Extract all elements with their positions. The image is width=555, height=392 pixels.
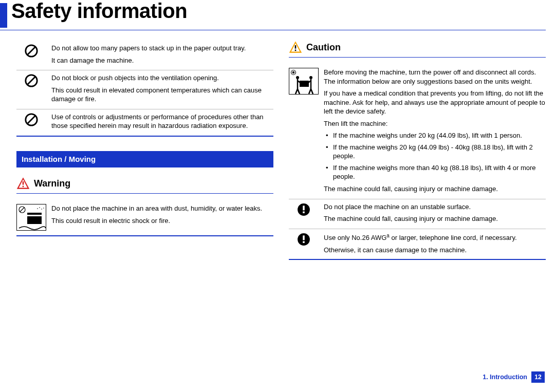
- svg-point-25: [309, 76, 312, 79]
- svg-rect-31: [303, 235, 305, 240]
- svg-rect-32: [303, 241, 305, 243]
- safety-row: Use only No.26 AWGa or larger, telephone…: [289, 229, 546, 259]
- svg-point-17: [43, 208, 44, 209]
- section-separator: [16, 136, 273, 137]
- safety-row: Before moving the machine, turn the powe…: [289, 65, 546, 199]
- svg-rect-8: [23, 181, 24, 185]
- svg-point-14: [37, 208, 38, 209]
- page-footer: 1. Introduction 12: [483, 371, 545, 383]
- caution-heading: Caution: [289, 41, 546, 54]
- mandatory-icon: [289, 232, 319, 254]
- safety-text: Do not place the machine in an area with…: [51, 204, 273, 231]
- text-line: The machine could fall, causing injury o…: [324, 184, 546, 194]
- svg-rect-13: [27, 215, 42, 216]
- text-line: Do not allow too many papers to stack up…: [51, 44, 273, 53]
- warning-icon: [16, 177, 30, 190]
- svg-line-11: [20, 208, 24, 212]
- title-accent: [0, 3, 7, 28]
- text-line: It can damage the machine.: [51, 56, 273, 65]
- list-item: If the machine weighs more than 40 kg (8…: [325, 163, 546, 181]
- safety-row: Do not place the machine in an area with…: [16, 201, 273, 236]
- weight-list: If the machine weighs under 20 kg (44.09…: [325, 131, 546, 181]
- svg-line-5: [27, 116, 35, 123]
- svg-line-3: [27, 77, 35, 84]
- warning-label: Warning: [34, 177, 70, 190]
- safety-text: Before moving the machine, turn the powe…: [324, 68, 546, 194]
- section-separator: [16, 235, 273, 236]
- text-line: Use of controls or adjustments or perfor…: [51, 113, 273, 130]
- mandatory-icon: [289, 202, 319, 223]
- footer-chapter: 1. Introduction: [483, 374, 527, 381]
- svg-line-1: [27, 47, 35, 54]
- left-column: Do not allow too many papers to stack up…: [16, 41, 273, 260]
- prohibit-icon: [16, 113, 46, 130]
- safety-row: Do not allow too many papers to stack up…: [16, 41, 273, 70]
- text-line: Then lift the machine:: [324, 119, 546, 128]
- safety-text: Do not block or push objects into the ve…: [51, 73, 273, 104]
- safety-text: Use of controls or adjustments or perfor…: [51, 113, 273, 130]
- text-line: Do not place the machine in an area with…: [51, 204, 273, 213]
- prohibit-icon: [16, 73, 46, 104]
- svg-point-16: [41, 209, 42, 210]
- svg-point-15: [39, 207, 40, 208]
- section-heading-bar: Installation / Moving: [16, 151, 273, 167]
- safety-text: Use only No.26 AWGa or larger, telephone…: [324, 232, 546, 254]
- safety-row: Do not block or push objects into the ve…: [16, 70, 273, 109]
- footer-page-number: 12: [531, 371, 545, 383]
- safety-row: Do not place the machine on an unstable …: [289, 199, 546, 229]
- text-line: This could result in elevated component …: [51, 86, 273, 104]
- svg-rect-12: [27, 213, 42, 224]
- safety-text: Do not allow too many papers to stack up…: [51, 44, 273, 65]
- warning-heading: Warning: [16, 177, 273, 190]
- svg-rect-26: [300, 81, 309, 87]
- warning-underline: [16, 193, 273, 194]
- text-line: Before moving the machine, turn the powe…: [324, 68, 546, 86]
- text-line: Use only No.26 AWGa or larger, telephone…: [324, 232, 546, 242]
- prohibit-icon: [16, 44, 46, 65]
- svg-rect-23: [292, 71, 294, 73]
- water-hazard-icon: [16, 204, 46, 231]
- right-column: Caution Before moving the machine, turn …: [289, 41, 546, 260]
- lifting-icon: [289, 68, 319, 194]
- page-title: Safety information: [11, 0, 187, 22]
- title-bar: Safety information: [0, 0, 555, 28]
- caution-underline: [289, 57, 546, 58]
- text-line: Otherwise, it can cause damage to the ma…: [324, 246, 546, 255]
- caution-icon: [289, 41, 302, 54]
- svg-rect-29: [303, 211, 305, 213]
- section-separator: [289, 259, 546, 260]
- content-columns: Do not allow too many papers to stack up…: [0, 30, 555, 260]
- svg-rect-21: [295, 50, 297, 51]
- svg-rect-28: [303, 206, 305, 210]
- text-line: Do not block or push objects into the ve…: [51, 73, 273, 83]
- text-line: Do not place the machine on an unstable …: [324, 202, 546, 212]
- svg-point-24: [296, 76, 299, 79]
- text-line: If you have a medical condition that pre…: [324, 89, 546, 116]
- list-item: If the machine weighs under 20 kg (44.09…: [325, 131, 546, 140]
- safety-row: Use of controls or adjustments or perfor…: [16, 109, 273, 136]
- caution-label: Caution: [306, 41, 341, 53]
- safety-text: Do not place the machine on an unstable …: [324, 202, 546, 223]
- text-line: The machine could fall, causing injury o…: [324, 214, 546, 223]
- svg-rect-9: [23, 186, 24, 188]
- list-item: If the machine weighs 20 kg (44.09 lbs) …: [325, 143, 546, 161]
- text-line: This could result in electric shock or f…: [51, 216, 273, 226]
- svg-rect-20: [295, 45, 297, 49]
